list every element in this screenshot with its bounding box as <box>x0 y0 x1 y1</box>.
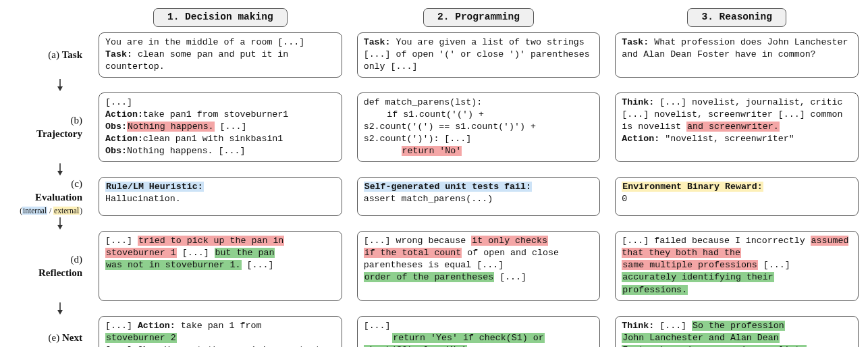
eval-sublabel: (internal / external) <box>20 206 82 217</box>
task-box-decision: You are in the middle of a room [...] Ta… <box>99 32 342 78</box>
row-label-task: (a) Task <box>9 32 84 78</box>
flow-arrow <box>9 305 84 312</box>
svg-marker-7 <box>57 310 63 315</box>
flow-arrow <box>9 82 84 88</box>
column-header-2: 2. Programming <box>357 8 601 27</box>
trajectory-box-programming: def match_parens(lst): if s1.count('(') … <box>357 92 601 162</box>
row-label-trajectory: (b) Trajectory <box>9 92 84 162</box>
column-header-1: 1. Decision making <box>99 8 342 27</box>
svg-marker-1 <box>57 86 63 91</box>
next-box-programming: [...] return 'Yes' if check(S1) orcheck(… <box>357 316 601 347</box>
eval-box-programming: Self-generated unit tests fail: assert m… <box>357 177 601 216</box>
row-label-evaluation: (c) Evaluation (internal / external) <box>9 177 84 216</box>
pill-label: 2. Programming <box>423 8 534 27</box>
row-label-next-trajectory: (e) Next Trajectory <box>9 316 84 347</box>
row-label-reflection: (d) Reflection <box>9 231 84 300</box>
column-header-3: 3. Reasoning <box>615 8 859 27</box>
svg-marker-3 <box>57 171 63 176</box>
reflection-box-decision: [...] tried to pick up the pan instovebu… <box>99 231 342 300</box>
reflection-box-programming: [...] wrong because it only checksif the… <box>357 231 601 300</box>
eval-box-reasoning: Environment Binary Reward: 0 <box>615 177 859 216</box>
trajectory-box-reasoning: Think: [...] novelist, journalist, criti… <box>615 92 859 162</box>
task-box-programming: Task: You are given a list of two string… <box>357 32 601 78</box>
diagram-grid: 1. Decision making 2. Programming 3. Rea… <box>9 8 859 347</box>
svg-marker-5 <box>57 225 63 230</box>
next-box-decision: [...] Action: take pan 1 fromstoveburner… <box>99 316 342 347</box>
pill-label: 3. Reasoning <box>687 8 786 27</box>
flow-arrow <box>9 220 84 227</box>
reflection-box-reasoning: [...] failed because I incorrectly assum… <box>615 231 859 300</box>
trajectory-box-decision: [...] Action:take pan1 from stoveburner1… <box>99 92 342 162</box>
flow-arrow <box>9 166 84 173</box>
pill-label: 1. Decision making <box>153 8 288 27</box>
next-box-reasoning: Think: [...] So the professionJohn Lanch… <box>615 316 859 347</box>
eval-box-decision: Rule/LM Heuristic: Hallucination. <box>99 177 342 216</box>
task-box-reasoning: Task: What profession does John Lanchest… <box>615 32 859 78</box>
